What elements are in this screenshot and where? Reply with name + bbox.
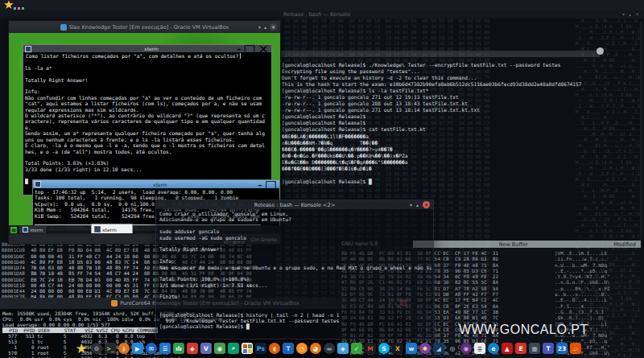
obs-studio-icon[interactable]: ◎ (447, 343, 458, 354)
terminal-line: Total Points: 3.83% (+3.83%) (25, 160, 271, 166)
media-red-icon[interactable]: ◆ (187, 343, 198, 354)
terminal-line: -rw-rw-r--. 1 goncalo goncalo 271 out 12… (282, 94, 641, 101)
xterm-titlebar[interactable]: xterm -□ (33, 180, 279, 188)
terminal-line: 1/1 done (1/1 right) in 7.53 secs... (159, 282, 431, 288)
edge-browser-icon[interactable]: e (488, 343, 499, 354)
watermark: WWW.GONCALO.PT (459, 323, 588, 337)
x-app-icon[interactable]: X (392, 343, 403, 354)
favorites-star-icon[interactable]: ★ (74, 343, 89, 354)
xterm-quiz-output[interactable]: Como listar ficheiros começados por "a",… (23, 52, 271, 195)
notes-app-icon[interactable]: ☰ (159, 343, 171, 354)
minimize-button[interactable]: ▾ (410, 202, 412, 208)
konsole2-output[interactable]: Como criar o utilizador "goncalo" em Lin… (159, 211, 431, 339)
terminal-line: Como listar ficheiros começados por "a",… (25, 53, 271, 59)
xterm-titlebar[interactable]: xterm -□× (23, 45, 271, 52)
virtualbox-slax-titlebar[interactable]: Slax Knowledge Tester [Em execução] - Or… (9, 21, 280, 33)
launcher-dot (14, 7, 16, 10)
window-controls: -□ (258, 180, 277, 188)
terminal-line: -rw-rw-r--. 1 goncalo goncalo 271 out 13… (282, 107, 641, 113)
video-player-icon[interactable]: ▶ (132, 343, 143, 354)
terminal-line: Totally Right Answer! (159, 246, 431, 252)
selected-line: Como listar ficheiros começados por "a",… (25, 53, 240, 59)
minimize-button[interactable]: ▾ (622, 11, 625, 17)
minimize-button[interactable]: ▾ (258, 24, 261, 30)
terminal-line: uns ou nenhum caracteres à frente, e o l… (25, 137, 271, 142)
launcher-dot (22, 7, 24, 10)
firefox-nightly-icon[interactable]: ◔ (296, 343, 308, 354)
teams-icon[interactable]: T (543, 343, 554, 354)
terminal-line: n�U���b��NM-7�N�q T��(�� (282, 140, 641, 146)
terminal-line: Info: (159, 258, 431, 264)
desktop: Release : bash — Konsole ▾▴✕ 8D 7E 08 48… (0, 0, 644, 358)
highlighted-row: PID PPID USER STAT VSZ %VSZ CPU %CPU COM… (2, 327, 158, 333)
maximize-button[interactable]: ▴ (416, 202, 419, 208)
blocks-game-icon[interactable]: T (283, 343, 294, 354)
nano-modified-flag: Modified (613, 241, 636, 248)
terminal-line: ���E�-�����'��p5������q�Y����?>y4��T� (282, 146, 641, 153)
terminal-line: -rw-rw-r--. 1 goncalo goncalo 288 out 13… (282, 101, 641, 107)
photoshop-icon[interactable]: Ps (255, 343, 266, 354)
calendar-23-icon[interactable]: 23 (556, 343, 568, 354)
app-launcher-star-icon[interactable]: ★ (3, 0, 14, 12)
guest-launcher-icon[interactable]: ▦ (10, 227, 17, 233)
maximize-button[interactable]: ▴ (629, 11, 631, 17)
terminal-line: Adicionando-o ao grupo de sudoers em Ubu… (159, 216, 431, 222)
close-button[interactable]: ✕ (270, 23, 277, 31)
terminal-line: [goncalo@localhost Release]$ cat testFil… (282, 126, 641, 133)
email-red-icon[interactable]: E (515, 343, 526, 354)
terminal-line: Info: (25, 88, 271, 94)
window-controls: -□× (237, 45, 269, 52)
terminal-line: ���f��E��D���[3���f�5�16�uD�i� (282, 166, 641, 172)
files-folder-icon[interactable]: ▱ (570, 343, 581, 354)
media-center-icon[interactable]: ✱ (419, 343, 431, 354)
notebook-icon[interactable]: ≣ (474, 343, 485, 354)
terminal-line: [goncalo@localhost Release]$ █ (282, 179, 641, 185)
close-button[interactable]: ✕ (635, 11, 639, 17)
close-button[interactable]: ✕ (423, 201, 430, 208)
terminal-line: Finito! (159, 294, 431, 299)
background-konsole-titlebar[interactable]: Release : bash — Konsole ▾▴✕ (0, 10, 644, 19)
terminal-line: [goncalo@localhost Release]$ history | t… (159, 312, 431, 318)
terminal-app-icon[interactable]: >_ (105, 343, 116, 354)
calculator-icon[interactable]: ▦ (529, 343, 540, 354)
terminal-line: 3/33 done (1/33 right) in 12.10 secs... (25, 167, 271, 172)
acrobat-icon[interactable]: ▲ (502, 343, 513, 354)
skype-icon[interactable]: S (378, 343, 390, 354)
terminal-line: ls -la a* (25, 65, 271, 71)
sail-app-icon[interactable]: ◢ (433, 343, 444, 354)
cube-3d-icon[interactable]: ◈ (337, 343, 349, 354)
cursor-dot (597, 47, 604, 55)
terminal-line: Como criar o utilizador "goncalo" em Lin… (159, 211, 431, 216)
dev-v-icon[interactable]: V (200, 343, 212, 354)
camera-app-icon[interactable]: ◉ (214, 343, 225, 354)
maximize-button[interactable]: ▴ (264, 24, 266, 30)
terminal-line: regular expressions mas sim wildcards. (25, 107, 271, 113)
terminal-line: sudo usermod -aG sudo goncalo (159, 235, 431, 241)
xterm-quiz-window[interactable]: xterm -□× Como listar ficheiros começado… (23, 44, 272, 195)
window-controls: ▾▴✕ (258, 23, 277, 31)
terminal-line (25, 71, 271, 76)
launcher-dot (18, 7, 20, 10)
terminal-line (159, 270, 431, 276)
konsole2-window[interactable]: Release : bash — Konsole <2> ▾▴✕ Como cr… (155, 200, 434, 339)
thunderbird-icon[interactable]: ✉ (146, 343, 157, 354)
game-m-icon[interactable]: M (365, 343, 376, 354)
office-suite-icon[interactable] (242, 343, 253, 354)
terminal-line (25, 172, 271, 178)
nano-buffer-name: New Buffer (413, 241, 613, 248)
terminal-line (282, 172, 641, 179)
firefox-icon[interactable]: ◗ (118, 343, 130, 354)
car-app-icon[interactable]: ▬ (324, 343, 335, 354)
blender-icon[interactable]: ◕ (310, 343, 321, 354)
antivirus-shield-icon[interactable]: ✓ (351, 343, 362, 354)
search-app-icon[interactable]: ⌕ (228, 343, 239, 354)
konsole2-titlebar[interactable]: Release : bash — Konsole <2> ▾▴✕ (156, 200, 433, 209)
settings-wheel-icon[interactable]: ⚙ (91, 343, 102, 354)
terminal-line (159, 241, 431, 246)
chart-app-icon[interactable]: ılı (173, 343, 184, 354)
window-controls: ▾▴✕ (622, 11, 639, 17)
disc-app-icon[interactable]: ◉ (460, 343, 472, 354)
gimp-icon[interactable]: ◖ (269, 343, 280, 354)
terminal-line: [goncalo@localhost Release]$ ./Knowledge… (282, 62, 641, 68)
wii-app-icon[interactable]: w (406, 343, 417, 354)
